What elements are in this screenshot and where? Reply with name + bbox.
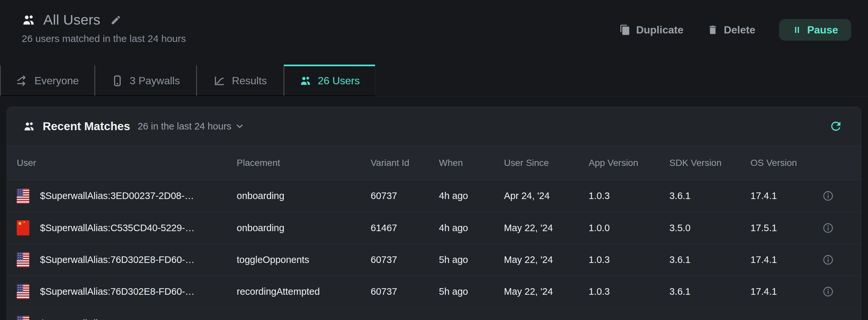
placement: onboarding — [237, 223, 371, 234]
user-alias: $SuperwallAlias:C535CD40-5229-… — [40, 223, 195, 234]
duplicate-icon — [619, 24, 631, 35]
info-icon — [822, 190, 834, 202]
os-version: 17.4.1 — [750, 286, 811, 297]
info-button[interactable] — [822, 222, 834, 234]
user-since: Apr 24, '24 — [504, 190, 589, 201]
col-variant-id: Variant Id — [371, 158, 439, 168]
os-version: 17.5.1 — [750, 223, 811, 234]
tab-results[interactable]: Results — [196, 65, 284, 96]
duplicate-button[interactable]: Duplicate — [619, 24, 683, 36]
info-button[interactable] — [822, 286, 834, 298]
country-flag-icon — [17, 220, 29, 236]
user-alias: $SuperwallAlias:3ED00237-2D08-… — [40, 190, 194, 201]
panel-header: Recent Matches 26 in the last 24 hours — [7, 107, 861, 146]
recent-matches-panel: Recent Matches 26 in the last 24 hours U… — [6, 107, 862, 320]
info-icon — [822, 254, 834, 266]
delete-label: Delete — [724, 24, 755, 36]
tab-everyone-label: Everyone — [34, 75, 79, 87]
users-icon — [300, 75, 312, 87]
variant-id: 60737 — [371, 286, 439, 297]
tab-paywalls[interactable]: 3 Paywalls — [95, 65, 196, 96]
tab-paywalls-label: 3 Paywalls — [130, 75, 180, 87]
app-version: 1.0.0 — [589, 223, 670, 234]
info-icon — [822, 222, 834, 234]
refresh-button[interactable] — [829, 119, 843, 133]
table-row[interactable]: $SuperwallAlias:C535CD40-5229-… onboardi… — [7, 212, 861, 244]
tab-everyone[interactable]: Everyone — [0, 65, 95, 96]
col-app-version: App Version — [589, 158, 670, 168]
table-row[interactable]: $SuperwallAlias:76D302E8-FD60-… recordin… — [7, 275, 861, 307]
country-flag-icon — [17, 284, 29, 299]
variant-id: 60737 — [371, 190, 439, 201]
app-version: 1.0.3 — [589, 190, 670, 201]
when: 4h ago — [439, 190, 504, 201]
variant-id: 61467 — [371, 223, 439, 234]
col-user-since: User Since — [504, 158, 589, 168]
when: 5h ago — [439, 254, 504, 265]
tab-users-label: 26 Users — [318, 75, 360, 87]
page-header: All Users 26 users matched in the last 2… — [0, 0, 868, 65]
user-alias: $SuperwallAlias:76D302E8-FD60-… — [40, 254, 195, 265]
tab-bar: Everyone 3 Paywalls Results 26 Users — [0, 65, 868, 96]
table-row[interactable]: $SuperwallAlias:76D302E8-FD60-… toggleOp… — [7, 244, 861, 275]
sdk-version: 3.6.1 — [670, 190, 750, 201]
table-row[interactable]: $SuperwallAlias:3ED00237-2D08-… onboardi… — [7, 180, 861, 212]
pause-label: Pause — [807, 24, 838, 36]
placement: toggleOpponents — [237, 254, 371, 265]
when: 5h ago — [439, 286, 504, 297]
user-since: May 22, '24 — [504, 286, 589, 297]
page-title: All Users — [43, 12, 100, 28]
panel-title: Recent Matches — [43, 120, 130, 133]
os-version: 17.4.1 — [750, 254, 811, 265]
edit-pencil-icon[interactable] — [110, 14, 121, 26]
user-since: May 22, '24 — [504, 223, 589, 234]
users-icon — [23, 120, 35, 133]
col-placement: Placement — [237, 158, 371, 168]
country-flag-icon — [17, 316, 29, 320]
page-subtitle: 26 users matched in the last 24 hours — [22, 33, 186, 44]
pause-button[interactable]: Pause — [779, 19, 851, 41]
delete-button[interactable]: Delete — [707, 24, 755, 36]
chevron-down-icon[interactable] — [235, 121, 245, 131]
users-icon — [22, 13, 35, 27]
table-row[interactable]: $SuperwallAlias: — [7, 307, 861, 320]
tab-results-label: Results — [232, 75, 267, 87]
app-version: 1.0.3 — [589, 286, 670, 297]
paywalls-icon — [111, 75, 123, 87]
refresh-icon — [829, 119, 843, 133]
sdk-version: 3.5.0 — [670, 223, 750, 234]
col-user: User — [17, 158, 237, 168]
sdk-version: 3.6.1 — [670, 254, 750, 265]
os-version: 17.4.1 — [750, 190, 811, 201]
title-block: All Users 26 users matched in the last 2… — [22, 12, 186, 44]
when: 4h ago — [439, 223, 504, 234]
country-flag-icon — [17, 252, 29, 267]
trash-icon — [707, 24, 718, 35]
col-sdk-version: SDK Version — [670, 158, 750, 168]
panel-subtitle[interactable]: 26 in the last 24 hours — [137, 121, 231, 132]
country-flag-icon — [17, 188, 29, 204]
table-header-row: User Placement Variant Id When User Sinc… — [7, 146, 861, 180]
pause-icon — [792, 25, 802, 35]
user-alias: $SuperwallAlias:76D302E8-FD60-… — [40, 286, 195, 297]
info-button[interactable] — [822, 254, 834, 266]
placement: onboarding — [237, 190, 371, 201]
variant-id: 60737 — [371, 254, 439, 265]
audience-icon — [16, 75, 28, 87]
col-when: When — [439, 158, 504, 168]
header-actions: Duplicate Delete Pause — [619, 19, 851, 41]
results-icon — [213, 75, 225, 87]
info-button[interactable] — [822, 190, 834, 202]
user-alias: $SuperwallAlias: — [40, 318, 110, 320]
duplicate-label: Duplicate — [636, 24, 683, 36]
tab-users[interactable]: 26 Users — [284, 65, 375, 96]
placement: recordingAttempted — [237, 286, 371, 297]
app-version: 1.0.3 — [589, 254, 670, 265]
info-icon — [822, 286, 834, 298]
user-since: May 22, '24 — [504, 254, 589, 265]
sdk-version: 3.6.1 — [670, 286, 750, 297]
col-os-version: OS Version — [750, 158, 811, 168]
